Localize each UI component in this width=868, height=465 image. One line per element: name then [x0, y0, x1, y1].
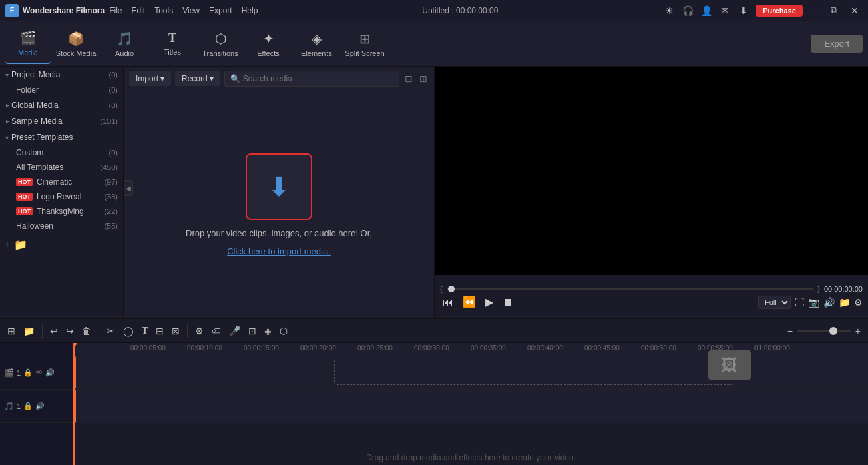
toolbar-transitions[interactable]: ⬡ Transitions [198, 24, 243, 64]
menu-view[interactable]: View [182, 6, 200, 15]
mic-icon[interactable]: 🎤 [227, 326, 242, 336]
headphone-icon[interactable]: 🎧 [681, 4, 694, 17]
step-back-button[interactable]: ⏪ [460, 296, 479, 308]
delete-button[interactable]: 🗑 [80, 326, 93, 336]
record-dropdown-icon: ▾ [210, 74, 214, 83]
fullscreen-icon[interactable]: ⛶ [795, 297, 804, 308]
toolbar-audio[interactable]: 🎵 Audio [101, 24, 147, 64]
sidebar-item-cinematic[interactable]: HOT Cinematic (97) [0, 175, 123, 189]
zoom-in-button[interactable]: + [853, 326, 863, 336]
audio-video-button[interactable]: 🔊 [45, 368, 55, 377]
purchase-button[interactable]: Purchase [756, 5, 803, 17]
sample-media-label: Sample Media [11, 117, 63, 126]
play-button[interactable]: ▶ [483, 296, 496, 308]
toolbar-split-screen[interactable]: ⊞ Split Screen [342, 24, 387, 64]
user-icon[interactable]: 👤 [700, 4, 713, 17]
stop-button[interactable]: ⏹ [500, 296, 516, 308]
timeline-layout-icon[interactable]: ⊞ [5, 326, 17, 336]
import-link[interactable]: Click here to import media. [227, 246, 331, 256]
toolbar-titles[interactable]: T Titles [150, 24, 195, 64]
zoom-control: − + [785, 326, 863, 336]
toolbar-effects[interactable]: ✦ Effects [246, 24, 291, 64]
snapshot-icon[interactable]: 📷 [808, 297, 819, 308]
folder-button[interactable]: 📁 [14, 238, 27, 251]
overlay-icon[interactable]: ⬡ [278, 326, 290, 336]
sidebar-item-custom[interactable]: Custom (0) [0, 145, 123, 160]
ruler-mark: 00:00:40:00 [527, 344, 563, 352]
hot-badge-thanksgiving: HOT [16, 207, 33, 215]
lock-audio-button[interactable]: 🔒 [23, 402, 33, 410]
video-track[interactable]: 🖼 [73, 356, 868, 390]
cut-button[interactable]: ✂ [105, 326, 117, 336]
menu-tools[interactable]: Tools [154, 6, 173, 15]
sidebar-item-logo-reveal[interactable]: HOT Logo Reveal (38) [0, 189, 123, 204]
project-media-count: (0) [109, 71, 118, 79]
drop-zone[interactable]: ⬇ [246, 153, 312, 220]
effects-label: Effects [257, 49, 279, 57]
menu-help[interactable]: Help [242, 6, 258, 15]
sidebar-group-global-media[interactable]: ▾ Global Media (0) [0, 97, 123, 113]
ruler-mark: 00:00:35:00 [471, 344, 506, 352]
cinematic-count: (97) [104, 178, 118, 186]
effects-icon: ✦ [263, 31, 274, 47]
progress-bar[interactable] [447, 288, 814, 290]
sidebar-group-project-media[interactable]: ▾ Project Media (0) [0, 67, 123, 83]
close-button[interactable]: ✕ [847, 5, 863, 16]
redo-button[interactable]: ↪ [64, 326, 76, 336]
preview-buttons: ⏮ ⏪ ▶ ⏹ Full 1/2 1/4 ⛶ 📷 🔊 📁 ⚙ [440, 296, 863, 309]
download-icon[interactable]: ⬇ [737, 4, 750, 17]
speed-button[interactable]: ⊟ [154, 326, 166, 336]
audio-track-icon: 🎵 [4, 402, 14, 411]
video-drop-zone[interactable]: 🖼 [334, 360, 734, 385]
titlebar-right: ☀ 🎧 👤 ✉ ⬇ Purchase − ⧉ ✕ [662, 4, 863, 17]
record-button[interactable]: Record ▾ [175, 71, 220, 86]
sun-icon[interactable]: ☀ [662, 4, 676, 17]
custom-label: Custom [16, 148, 43, 157]
quality-selector[interactable]: Full 1/2 1/4 [758, 296, 791, 309]
marker-icon[interactable]: 🏷 [210, 326, 223, 336]
menu-file[interactable]: File [109, 6, 122, 15]
zoom-out-button[interactable]: − [785, 326, 795, 336]
audio-toggle-icon[interactable]: 🔊 [823, 297, 835, 308]
zoom-track[interactable] [797, 330, 851, 332]
timeline: ⊞ 📁 ↩ ↪ 🗑 ✂ ◯ T ⊟ ⊠ ⚙ 🏷 🎤 ⊡ ◈ ⬡ − + [0, 318, 868, 465]
filter-icon[interactable]: ⊟ [403, 73, 414, 84]
search-box: 🔍 [224, 71, 399, 87]
mail-icon[interactable]: ✉ [718, 4, 732, 17]
settings-icon[interactable]: ⚙ [854, 297, 863, 308]
minimize-button[interactable]: − [808, 5, 821, 16]
volume-audio-button[interactable]: 🔊 [35, 402, 45, 410]
import-button[interactable]: Import ▾ [129, 71, 171, 86]
visibility-video-button[interactable]: 👁 [35, 368, 43, 377]
timeline-add-folder-icon[interactable]: 📁 [21, 326, 37, 336]
magnet-icon[interactable]: ⚙ [193, 326, 206, 336]
toolbar-elements[interactable]: ◈ Elements [294, 24, 339, 64]
sidebar-group-sample-media[interactable]: ▾ Sample Media (101) [0, 113, 123, 129]
folder-output-icon[interactable]: 📁 [839, 297, 850, 308]
sidebar-item-halloween[interactable]: Halloween (55) [0, 219, 123, 234]
mix-icon[interactable]: ⊡ [246, 326, 258, 336]
sidebar-item-folder[interactable]: Folder (0) [0, 83, 123, 97]
sidebar-item-thanksgiving[interactable]: HOT Thanksgiving (22) [0, 204, 123, 219]
lock-video-button[interactable]: 🔒 [23, 368, 33, 377]
ruler-playhead [73, 343, 75, 356]
undo-button[interactable]: ↩ [48, 326, 60, 336]
export-button[interactable]: Export [811, 35, 863, 53]
color-icon[interactable]: ◈ [262, 326, 274, 336]
sidebar-group-preset-templates[interactable]: ▾ Preset Templates [0, 129, 123, 145]
toolbar-media[interactable]: 🎬 Media [5, 24, 51, 64]
add-media-button[interactable]: + [4, 238, 10, 251]
search-input[interactable] [243, 74, 393, 83]
menu-export[interactable]: Export [209, 6, 232, 15]
audio-track[interactable] [73, 390, 868, 423]
grid-view-icon[interactable]: ⊞ [418, 73, 429, 84]
titlebar-left: F Wondershare Filmora File Edit Tools Vi… [5, 4, 258, 17]
toolbar-stock-media[interactable]: 📦 Stock Media [53, 24, 99, 64]
restore-button[interactable]: ⧉ [827, 5, 841, 16]
crop-button[interactable]: ◯ [121, 326, 136, 336]
menu-edit[interactable]: Edit [131, 6, 145, 15]
audio-button[interactable]: ⊠ [170, 326, 182, 336]
sidebar-item-all-templates[interactable]: All Templates (450) [0, 160, 123, 175]
text-button[interactable]: T [140, 326, 150, 336]
skip-back-button[interactable]: ⏮ [440, 296, 456, 308]
